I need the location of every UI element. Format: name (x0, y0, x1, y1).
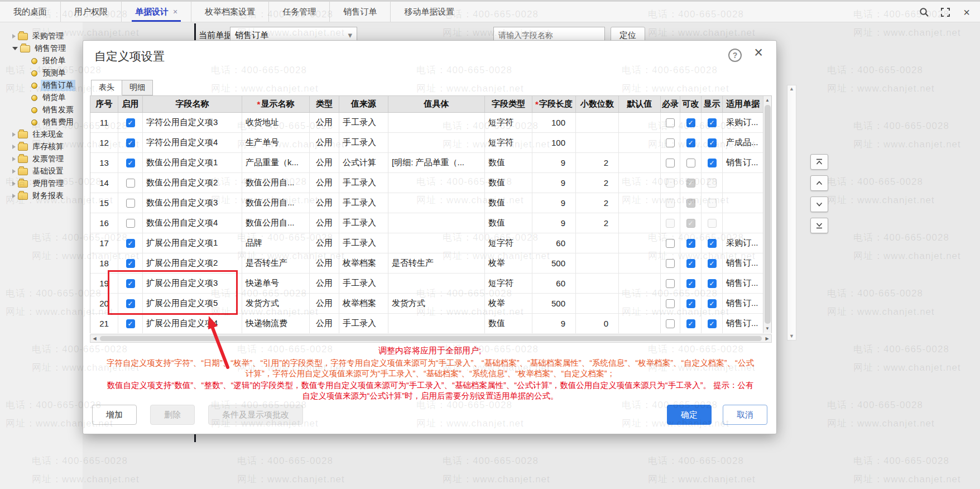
collapse-arrow-icon[interactable] (12, 47, 18, 50)
scroll-bottom-button[interactable] (810, 218, 828, 233)
enable-checkbox[interactable] (126, 179, 135, 188)
sidebar-item-1[interactable]: 销售管理 (0, 42, 83, 55)
visible-checkbox[interactable] (708, 159, 717, 167)
sidebar-item-4[interactable]: 销售订单 (0, 79, 83, 92)
sidebar-item-13[interactable]: 财务报表 (0, 190, 83, 202)
scroll-right-icon[interactable]: ▶ (763, 336, 771, 341)
sidebar-item-9[interactable]: 库存核算 (0, 141, 83, 153)
table-row[interactable]: 13数值公用自定义项1产品重量（k...公用公式计算[明细: 产品单重（...数… (90, 153, 771, 173)
top-tab-5[interactable]: 销售订单 (329, 2, 390, 22)
required-checkbox[interactable] (666, 299, 675, 308)
visible-checkbox[interactable] (708, 279, 717, 288)
page-scroll-down-icon[interactable]: ▼ (789, 334, 794, 339)
enable-checkbox[interactable] (126, 239, 135, 248)
expand-arrow-icon[interactable] (12, 169, 16, 174)
top-tab-4[interactable]: 任务管理 (268, 2, 329, 22)
visible-checkbox (708, 219, 717, 228)
sidebar-item-7[interactable]: 销售费用 (0, 116, 83, 128)
expand-arrow-icon[interactable] (12, 132, 16, 137)
enable-checkbox[interactable] (126, 219, 135, 228)
visible-checkbox[interactable] (708, 138, 717, 147)
sidebar-item-12[interactable]: 费用管理 (0, 178, 83, 190)
top-tab-1[interactable]: 用户权限 (60, 2, 121, 22)
fullscreen-icon[interactable] (940, 7, 951, 18)
page-scrollbar[interactable]: ▲ ▼ (787, 85, 796, 341)
required-checkbox[interactable] (666, 279, 675, 288)
enable-checkbox[interactable] (126, 138, 135, 147)
top-tab-0[interactable]: 我的桌面 (0, 2, 60, 22)
sidebar-item-5[interactable]: 销货单 (0, 92, 83, 104)
editable-checkbox[interactable] (686, 159, 695, 167)
help-icon[interactable]: ? (728, 49, 742, 62)
top-tab-6[interactable]: 移动单据设置 (390, 2, 468, 22)
sidebar-item-6[interactable]: 销售发票 (0, 104, 83, 116)
visible-checkbox[interactable] (708, 319, 717, 328)
expand-arrow-icon[interactable] (12, 34, 16, 39)
editable-checkbox[interactable] (686, 299, 695, 308)
sidebar-item-3[interactable]: 预测单 (0, 67, 83, 79)
search-icon[interactable] (919, 7, 930, 18)
required-checkbox[interactable] (666, 118, 675, 127)
dialog-close-icon[interactable]: × (754, 45, 763, 60)
page-scroll-up-icon[interactable]: ▲ (789, 87, 794, 92)
top-tab-3[interactable]: 枚举档案设置 (191, 2, 268, 22)
visible-checkbox (708, 199, 717, 208)
table-row[interactable]: 17扩展公用自定义项1品牌公用手工录入短字符60采购订... (90, 233, 771, 253)
table-row[interactable]: 12字符公用自定义项4生产单号公用手工录入短字符100产成品... (90, 133, 771, 153)
table-row[interactable]: 16数值公用自定义项4数值公用自...公用手工录入数值92 (90, 213, 771, 233)
visible-checkbox[interactable] (708, 239, 717, 248)
required-checkbox[interactable] (666, 239, 675, 248)
editable-checkbox[interactable] (686, 319, 695, 328)
expand-arrow-icon[interactable] (12, 145, 16, 149)
scroll-top-button[interactable] (810, 154, 828, 170)
editable-checkbox[interactable] (686, 259, 695, 268)
editable-checkbox[interactable] (686, 138, 695, 147)
top-tab-2[interactable]: 单据设计× (121, 2, 191, 22)
scroll-up-icon[interactable]: ▲ (765, 96, 770, 104)
cell-source: 公式计算 (339, 153, 388, 172)
footer-button-4[interactable]: 取消 (723, 405, 767, 425)
tab-detail[interactable]: 明细 (122, 80, 153, 95)
editable-checkbox[interactable] (686, 279, 695, 288)
editable-checkbox[interactable] (686, 118, 695, 127)
enable-checkbox[interactable] (126, 319, 135, 328)
tab-header[interactable]: 表头 (91, 80, 122, 95)
window-close-icon[interactable]: × (961, 7, 972, 18)
horizontal-scrollbar[interactable]: ◀ ▶ (90, 334, 772, 343)
required-checkbox[interactable] (666, 159, 675, 167)
enable-checkbox[interactable] (126, 159, 135, 167)
visible-checkbox[interactable] (708, 118, 717, 127)
enable-checkbox[interactable] (126, 199, 135, 208)
visible-checkbox[interactable] (708, 299, 717, 308)
scroll-down-button[interactable] (810, 196, 828, 212)
sidebar-item-10[interactable]: 发票管理 (0, 153, 83, 165)
tab-close-icon[interactable]: × (173, 7, 177, 16)
expand-arrow-icon[interactable] (12, 194, 16, 198)
required-checkbox[interactable] (666, 138, 675, 147)
expand-arrow-icon[interactable] (12, 181, 16, 186)
vertical-scrollbar-thumb[interactable] (765, 105, 771, 324)
horizontal-scrollbar-thumb[interactable] (100, 336, 762, 341)
table-row[interactable]: 21扩展公用自定义项4快递物流费公用手工录入数值90销售订... (90, 314, 771, 334)
scroll-left-icon[interactable]: ◀ (90, 336, 99, 341)
sidebar-item-0[interactable]: 采购管理 (0, 30, 83, 42)
sidebar-item-2[interactable]: 报价单 (0, 55, 83, 67)
required-checkbox[interactable] (666, 319, 675, 328)
table-row[interactable]: 14数值公用自定义项2数值公用自...公用手工录入数值92 (90, 173, 771, 193)
scroll-up-button[interactable] (810, 175, 828, 191)
visible-checkbox[interactable] (708, 259, 717, 268)
vertical-scrollbar[interactable]: ▲ ▼ (763, 96, 771, 333)
sidebar-item-11[interactable]: 基础设置 (0, 165, 83, 178)
footer-button-3[interactable]: 确定 (667, 405, 712, 425)
editable-checkbox[interactable] (686, 239, 695, 248)
sidebar-item-8[interactable]: 往来现金 (0, 128, 83, 141)
expand-arrow-icon[interactable] (12, 157, 16, 161)
table-row[interactable]: 11字符公用自定义项3收货地址公用手工录入短字符100采购订... (90, 113, 771, 133)
table-row[interactable]: 15数值公用自定义项3数值公用自...公用手工录入数值92 (90, 193, 771, 213)
enable-checkbox[interactable] (126, 118, 135, 127)
enable-checkbox[interactable] (126, 259, 135, 268)
required-checkbox[interactable] (666, 259, 675, 268)
scroll-down-icon[interactable]: ▼ (765, 324, 770, 333)
footer-button-0[interactable]: 增加 (92, 405, 137, 425)
cell-def (619, 274, 661, 293)
